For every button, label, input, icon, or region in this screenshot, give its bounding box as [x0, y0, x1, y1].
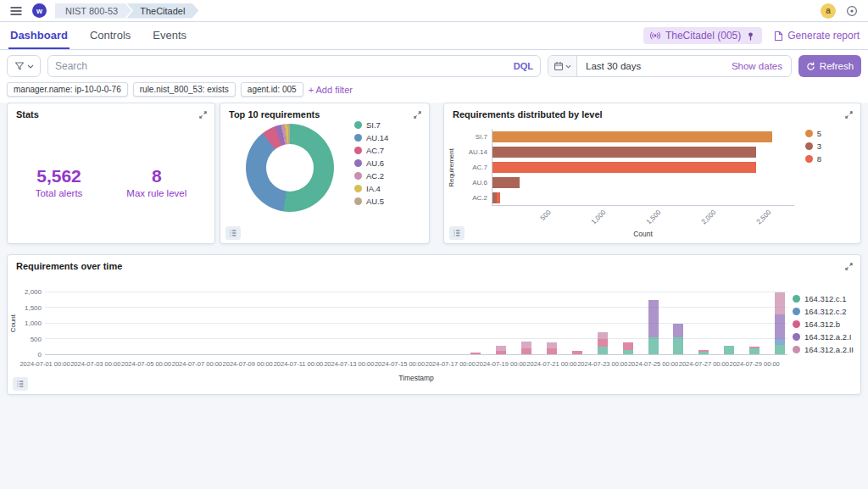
legend-label: 164.312.c.2: [804, 307, 847, 316]
time-bar-segment: [749, 348, 760, 354]
expand-icon: [198, 110, 208, 119]
time-bar-segment: [521, 348, 531, 354]
time-bar-segment: [775, 345, 785, 354]
saved-query-button[interactable]: [7, 55, 41, 77]
x-tick-label: 2024-07-05 00:00: [121, 360, 171, 368]
inspect-button[interactable]: [449, 226, 465, 240]
bylevel-row: AC.7: [492, 159, 794, 175]
legend-dot-icon: [354, 121, 362, 129]
agent-badge-label: TheCitadel (005): [665, 30, 741, 42]
expand-button[interactable]: [843, 108, 855, 124]
pin-icon[interactable]: [746, 31, 755, 41]
generate-report-label: Generate report: [787, 30, 860, 42]
panels-row-2: Requirements over time Count 05001,0001,…: [7, 254, 861, 395]
legend-dot-icon: [354, 159, 362, 167]
tab-controls[interactable]: Controls: [88, 22, 132, 49]
time-bar-segment: [623, 350, 633, 354]
expand-icon: [413, 110, 422, 119]
legend-item[interactable]: 8: [805, 154, 821, 164]
filter-pill[interactable]: agent.id: 005: [241, 82, 303, 97]
legend-item[interactable]: 5: [805, 129, 821, 138]
help-icon: [846, 5, 858, 17]
wazuh-logo[interactable]: w: [32, 3, 47, 18]
legend-item[interactable]: 164.312.c.1: [793, 294, 854, 303]
filter-bar: manager.name: ip-10-0-0-76rule.nist_800_…: [0, 82, 868, 103]
y-tick-label: 1,000: [13, 320, 42, 327]
search-input[interactable]: [55, 60, 514, 72]
top10-requirements-panel: Top 10 requirements SI.7AU.14AC.7AU.6AC.…: [220, 103, 430, 244]
legend-dot-icon: [805, 130, 813, 137]
menu-button[interactable]: [8, 4, 24, 18]
legend-item[interactable]: 164.312.a.2.II: [793, 345, 854, 354]
legend-item[interactable]: AU.5: [354, 197, 388, 206]
time-bar: [598, 292, 608, 354]
tab-events[interactable]: Events: [151, 22, 188, 49]
expand-button[interactable]: [197, 108, 209, 124]
legend-item[interactable]: AU.14: [354, 133, 388, 142]
time-bar-segment: [673, 324, 683, 337]
filter-pill[interactable]: manager.name: ip-10-0-0-76: [7, 82, 128, 97]
date-picker-calendar-button[interactable]: [548, 56, 577, 76]
x-tick-label: 2024-07-07 00:00: [172, 360, 222, 368]
requirements-by-level-panel: Requirements distributed by level Requir…: [443, 103, 861, 244]
legend-item[interactable]: AC.2: [354, 171, 388, 181]
x-tick-label: 2,500: [754, 208, 772, 226]
inspect-button[interactable]: [225, 226, 241, 240]
legend-dot-icon: [805, 142, 813, 150]
inspect-button[interactable]: [13, 377, 28, 391]
time-bar: [572, 292, 582, 354]
legend-item[interactable]: AU.6: [354, 158, 388, 168]
panel-title: Top 10 requirements: [229, 109, 320, 119]
time-bar-segment: [775, 339, 785, 345]
bylevel-xaxis: 5001,0001,5002,0002,500: [492, 205, 794, 231]
time-bar-segment: [598, 332, 608, 338]
time-bar-segment: [775, 314, 785, 339]
legend-item[interactable]: 164.312.b: [793, 320, 854, 329]
help-button[interactable]: [844, 3, 860, 19]
donut-legend: SI.7AU.14AC.7AU.6AC.2IA.4AU.5: [354, 120, 388, 206]
filter-pill[interactable]: rule.nist_800_53: exists: [133, 82, 236, 97]
panel-title: Requirements distributed by level: [453, 109, 603, 119]
x-tick-label: 2024-07-23 00:00: [577, 360, 627, 368]
time-bar-segment: [521, 342, 531, 348]
bylevel-category-label: AU.14: [469, 148, 487, 156]
time-bar: [623, 292, 633, 354]
generate-report-button[interactable]: Generate report: [774, 30, 860, 42]
document-icon: [774, 31, 783, 42]
x-tick-label: 2024-07-29 00:00: [730, 360, 780, 368]
tabs-bar: Dashboard Controls Events TheCitadel (00…: [0, 22, 868, 50]
breadcrumb-agent[interactable]: TheCitadel: [126, 3, 198, 19]
time-bar: [724, 292, 734, 354]
bylevel-bar-segment: [497, 192, 500, 203]
top-header: w NIST 800-53 TheCitadel a: [0, 0, 868, 22]
logo-letter: w: [36, 7, 42, 15]
bylevel-bar-segment: [492, 162, 756, 173]
donut-chart[interactable]: [246, 124, 334, 212]
panels-row-1: Stats 5,562 Total alerts 8 Max rule leve…: [7, 103, 861, 244]
refresh-button[interactable]: Refresh: [798, 55, 861, 77]
avatar-initial: a: [826, 6, 831, 15]
legend-item[interactable]: 164.312.c.2: [793, 307, 854, 316]
expand-button[interactable]: [843, 259, 855, 275]
dql-label[interactable]: DQL: [514, 61, 533, 71]
add-filter-button[interactable]: + Add filter: [309, 85, 353, 95]
legend-item[interactable]: 3: [805, 142, 821, 151]
overtime-plot: [45, 292, 787, 355]
overtime-yaxis: 05001,0001,5002,000: [13, 292, 42, 355]
bylevel-bar: [492, 177, 794, 188]
x-tick-label: 2024-07-11 00:00: [274, 360, 324, 368]
tab-dashboard[interactable]: Dashboard: [8, 22, 70, 49]
time-bar-segment: [470, 353, 481, 354]
expand-button[interactable]: [411, 108, 424, 124]
agent-badge[interactable]: TheCitadel (005): [643, 27, 762, 44]
legend-item[interactable]: SI.7: [354, 120, 388, 130]
legend-item[interactable]: IA.4: [354, 184, 388, 193]
show-dates-link[interactable]: Show dates: [732, 61, 791, 71]
avatar[interactable]: a: [821, 3, 836, 19]
metric-value: 5,562: [36, 166, 83, 186]
breadcrumb-module[interactable]: NIST 800-53: [55, 3, 131, 19]
date-range-label[interactable]: Last 30 days: [577, 61, 649, 71]
legend-dot-icon: [354, 147, 362, 154]
legend-item[interactable]: 164.312.a.2.I: [793, 332, 854, 342]
legend-item[interactable]: AC.7: [354, 146, 388, 155]
